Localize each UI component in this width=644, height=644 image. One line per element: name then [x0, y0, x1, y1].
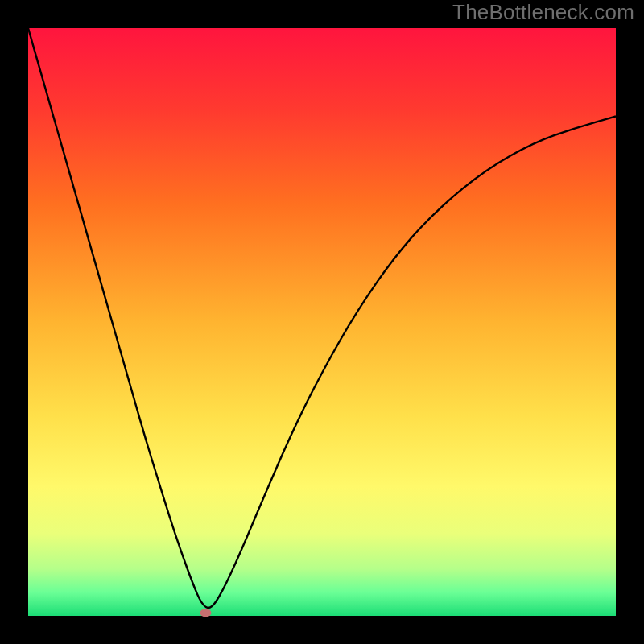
optimum-marker [200, 609, 211, 617]
watermark-text: TheBottleneck.com [452, 0, 634, 25]
bottleneck-chart [0, 0, 644, 644]
chart-background [28, 28, 616, 616]
chart-root: TheBottleneck.com [0, 0, 644, 644]
